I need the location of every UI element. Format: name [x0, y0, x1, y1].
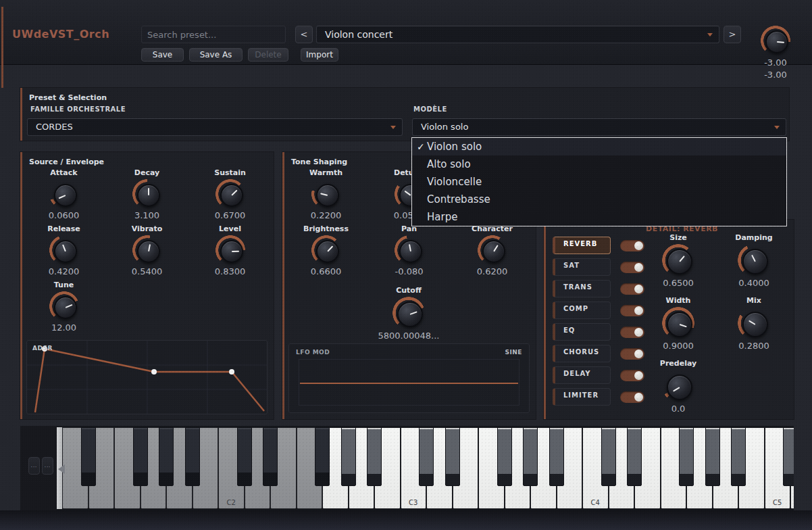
preset-selection-panel: Preset & Selection FAMILLE ORCHESTRALE C…: [20, 88, 789, 141]
fx-button-eq[interactable]: EQ: [553, 323, 611, 341]
fx-button-delay[interactable]: DELAY: [553, 366, 611, 384]
panel-title: Tone Shaping: [291, 158, 347, 166]
black-key[interactable]: [419, 427, 434, 486]
adsr-handle: [229, 369, 234, 375]
piano-keys: C2C3C4C5: [62, 427, 794, 509]
knob-value: 0.0600: [22, 210, 105, 221]
knob-pointer: [231, 251, 238, 252]
knob-body: [54, 240, 77, 263]
attack-knob[interactable]: [49, 178, 80, 210]
fx-row: EQ: [553, 321, 644, 343]
keyboard-left-controls: ... ...: [20, 426, 57, 510]
fx-button-sat[interactable]: SAT: [553, 258, 611, 276]
save-button[interactable]: Save: [141, 48, 184, 62]
dropdown-item-harpe[interactable]: Harpe: [412, 208, 786, 226]
chevron-down-icon: [390, 126, 396, 129]
keyboard-option-button-1[interactable]: ...: [28, 457, 40, 475]
predelay-knob[interactable]: [661, 369, 695, 403]
black-key[interactable]: [341, 427, 356, 486]
cutoff-knob[interactable]: [392, 296, 426, 330]
fx-button-limiter[interactable]: LIMITER: [553, 388, 611, 406]
dropdown-item-label: Violoncelle: [427, 176, 482, 188]
next-preset-button[interactable]: >: [724, 26, 741, 43]
black-key[interactable]: [627, 427, 642, 486]
release-knob[interactable]: [49, 235, 80, 266]
warmth-knob[interactable]: [311, 178, 342, 210]
panel-title: Source / Envelope: [29, 158, 104, 166]
black-key[interactable]: [159, 427, 174, 486]
preset-selector[interactable]: Violon concert: [316, 26, 719, 43]
model-value: Violon solo: [421, 122, 468, 132]
knob-pointer: [410, 311, 417, 315]
knob-label: Size: [640, 233, 716, 243]
sustain-knob[interactable]: [215, 178, 246, 210]
black-key[interactable]: [237, 427, 252, 486]
tune-knob[interactable]: [49, 291, 80, 322]
black-key[interactable]: [783, 427, 794, 486]
delete-button[interactable]: Delete: [248, 48, 288, 62]
knob-body: [316, 184, 339, 207]
fx-button-reverb[interactable]: REVERB: [553, 237, 611, 254]
black-key[interactable]: [263, 427, 278, 486]
fx-button-trans[interactable]: TRANS: [553, 280, 611, 297]
vibrato-knob[interactable]: [132, 235, 163, 266]
master-volume-knob[interactable]: [760, 25, 791, 56]
black-key[interactable]: [601, 427, 616, 486]
search-input[interactable]: [141, 26, 286, 43]
width-knob[interactable]: [661, 306, 695, 340]
knob-body: [220, 240, 243, 263]
knob-body: [742, 312, 768, 337]
mix-knob[interactable]: [737, 306, 771, 340]
black-key[interactable]: [185, 427, 200, 486]
knob-label: Cutoff: [368, 286, 449, 295]
knob-body: [397, 302, 423, 327]
knob-value: 0.6200: [451, 266, 534, 277]
character-knob[interactable]: [477, 235, 508, 266]
black-key[interactable]: [445, 427, 460, 486]
adsr-envelope-graph[interactable]: [27, 341, 267, 414]
knob-value: 12.00: [22, 322, 105, 333]
pan-knob[interactable]: [394, 235, 425, 266]
black-key[interactable]: [549, 427, 564, 486]
brightness-knob[interactable]: [311, 235, 342, 266]
black-key[interactable]: [497, 427, 512, 486]
knob-label: Tune: [22, 281, 105, 290]
black-key[interactable]: [679, 427, 694, 486]
keyboard-option-button-2[interactable]: ...: [42, 457, 53, 475]
black-key[interactable]: [731, 427, 746, 486]
header-bar: UWdeVST_Orch Save Save As Delete Import …: [0, 0, 812, 65]
knob-pointer: [777, 41, 784, 43]
chevron-down-icon: [707, 33, 713, 37]
black-key[interactable]: [705, 427, 720, 486]
dropdown-item-contrebasse[interactable]: Contrebasse: [412, 191, 786, 208]
fx-button-comp[interactable]: COMP: [553, 302, 611, 319]
fx-chain: REVERBSATTRANSCOMPEQCHORUSDELAYLIMITER: [553, 235, 644, 408]
black-key[interactable]: [81, 427, 96, 486]
black-key[interactable]: [133, 427, 148, 486]
size-knob[interactable]: [661, 243, 695, 277]
family-selector[interactable]: CORDES: [27, 118, 403, 136]
damping-knob[interactable]: [737, 243, 771, 277]
dropdown-item-violoncelle[interactable]: Violoncelle: [412, 173, 786, 191]
prev-preset-button[interactable]: <: [295, 26, 313, 43]
scroll-left-arrow-icon[interactable]: [58, 464, 65, 474]
knob-pointer: [62, 244, 66, 251]
panel-title: Preset & Selection: [29, 93, 107, 102]
knob-label: [757, 15, 794, 24]
knob-value: 0.6700: [188, 210, 272, 221]
knob-pointer: [327, 245, 333, 251]
black-key[interactable]: [523, 427, 538, 486]
dropdown-item-alto-solo[interactable]: Alto solo: [412, 155, 786, 173]
model-selector[interactable]: Violon solo: [412, 118, 786, 136]
fx-button-chorus[interactable]: CHORUS: [553, 345, 611, 362]
adsr-display[interactable]: ADSR: [26, 340, 268, 414]
black-key[interactable]: [315, 427, 330, 486]
level-knob[interactable]: [215, 235, 246, 266]
dropdown-item-violon-solo[interactable]: ✓Violon solo: [412, 138, 786, 155]
import-button[interactable]: Import: [301, 48, 338, 62]
decay-knob[interactable]: [132, 178, 163, 210]
black-key[interactable]: [367, 427, 382, 486]
fx-panel: REVERBSATTRANSCOMPEQCHORUSDELAYLIMITER D…: [544, 220, 794, 419]
knob-body: [54, 184, 77, 207]
save-as-button[interactable]: Save As: [189, 48, 243, 62]
